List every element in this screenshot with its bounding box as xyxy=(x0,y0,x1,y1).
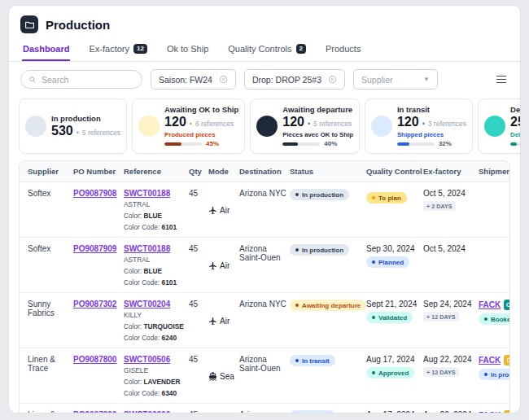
quality-control-cell: Sep 30, 2024 Planned xyxy=(366,238,423,292)
shipment-link[interactable]: FACK xyxy=(479,356,501,365)
reference-color: Color: LAVENDER xyxy=(124,377,186,387)
kpi-card[interactable]: In transit 120 • 3 references Shipped pi… xyxy=(365,98,473,154)
kpi-icon xyxy=(256,116,278,137)
clear-filter-icon[interactable] xyxy=(328,75,337,84)
reference-cell: SWCT00506 GISELE Color: LAVENDER Color C… xyxy=(124,348,189,403)
column-header[interactable]: Reference xyxy=(124,161,189,182)
shipment-type-badge xyxy=(504,410,510,413)
kpi-references: 3 references xyxy=(428,120,466,128)
shipment-type-badge: CL xyxy=(504,300,510,310)
po-number-link[interactable]: PO9087800 xyxy=(73,410,116,413)
kpi-references: 5 references xyxy=(82,129,120,137)
reference-color-code: Color Code: 6240 xyxy=(124,333,186,343)
kpi-card[interactable]: Awaiting departure 120 • 5 references Pi… xyxy=(250,98,360,154)
column-header[interactable]: Shipment xyxy=(479,161,510,182)
qc-status-badge: To plan xyxy=(366,192,407,203)
reference-name: ASTRAL xyxy=(124,255,186,265)
tab[interactable]: Dashboard xyxy=(22,40,70,61)
column-header[interactable]: Qty xyxy=(189,161,208,182)
kpi-progress-bar: 40% xyxy=(282,140,353,147)
drop-filter-chip[interactable]: Drop: DROP 25#3 xyxy=(244,69,345,90)
kpi-progress-label: Shipped pieces xyxy=(397,131,466,138)
tab[interactable]: Quality Controls 2 xyxy=(227,40,307,61)
kpi-title: Delivered xyxy=(510,105,521,114)
column-header[interactable]: Quality Control xyxy=(366,161,423,182)
po-number-link[interactable]: PO9087800 xyxy=(73,355,116,364)
orders-table: Supplier PO Number Reference Qty Mode De… xyxy=(19,160,510,413)
shipment-link[interactable]: FACK xyxy=(479,300,501,309)
kpi-title: Awaiting departure xyxy=(282,105,353,114)
clear-filter-icon[interactable] xyxy=(219,75,228,84)
qc-status-badge: Planned xyxy=(366,256,409,268)
drop-chip-label: Drop: DROP 25#3 xyxy=(252,75,321,85)
po-number-link[interactable]: PO9087908 xyxy=(73,189,116,198)
reference-link[interactable]: SWCT00188 xyxy=(124,189,170,198)
ex-factory-cell: Oct 5, 2024 xyxy=(423,238,479,292)
ship-icon xyxy=(208,372,217,381)
table-row[interactable]: Sunny Fabrics PO9087302 SWCT00204 KILLY … xyxy=(20,293,509,348)
shipment-cell xyxy=(479,182,506,237)
tab-label: Ex-factory xyxy=(89,44,129,54)
mode-cell: Air xyxy=(208,293,239,348)
supplier-cell: Linen & Trace xyxy=(28,348,73,403)
reference-name: ASTRAL xyxy=(124,199,186,209)
delay-days-badge: + 12 DAYS xyxy=(423,312,459,322)
reference-link[interactable]: SWCT00306 xyxy=(124,410,170,413)
tab-label: Dashboard xyxy=(23,44,69,54)
kpi-progress-fill xyxy=(164,142,181,146)
column-header[interactable]: PO Number xyxy=(73,161,124,182)
qc-date: Sep 30, 2024 xyxy=(366,244,420,253)
kpi-card[interactable]: In production 530 • 5 references xyxy=(19,98,127,154)
column-header[interactable]: Status xyxy=(290,161,366,182)
reference-cell: SWCT00188 ASTRAL Color: BLUE Color Code:… xyxy=(124,238,189,292)
document-icon xyxy=(506,357,510,364)
qty-cell: 45 xyxy=(189,238,208,292)
supplier-cell: Softex xyxy=(28,182,73,237)
shipment-cell xyxy=(479,238,506,292)
ex-factory-date: Oct 5, 2024 xyxy=(423,189,475,198)
po-number-link[interactable]: PO9087909 xyxy=(73,244,116,253)
page-title: Production xyxy=(46,18,110,32)
reference-link[interactable]: SWCT00506 xyxy=(124,355,170,364)
search-icon xyxy=(28,76,37,84)
table-row[interactable]: Softex PO9087909 SWCT00188 ASTRAL Color:… xyxy=(20,238,509,293)
kpi-bullet: • xyxy=(190,120,192,128)
ex-factory-date: Sep 24, 2024 xyxy=(423,300,475,308)
menu-icon[interactable] xyxy=(494,73,509,86)
mode-cell: Air xyxy=(208,182,239,237)
qc-status-badge: Approved xyxy=(366,367,414,378)
kpi-title: In transit xyxy=(397,105,466,114)
reference-link[interactable]: SWCT00188 xyxy=(124,244,170,253)
ex-factory-date: Aug 22, 2024 xyxy=(423,355,475,364)
column-header[interactable]: Ex-factory xyxy=(423,161,479,182)
reference-color-code: Color Code: 6340 xyxy=(124,388,186,398)
kpi-card[interactable]: Delivered 250 • 10 references Delivered … xyxy=(478,98,521,154)
reference-link[interactable]: SWCT00204 xyxy=(124,300,170,308)
tab[interactable]: Ok to Ship xyxy=(166,40,209,61)
table-row[interactable]: Softex PO9087908 SWCT00188 ASTRAL Color:… xyxy=(20,182,509,238)
po-number-link[interactable]: PO9087302 xyxy=(73,300,116,308)
production-app-card: Production Dashboard Ex-factory 12 Ok to… xyxy=(8,5,521,413)
reference-color-code: Color Code: 6101 xyxy=(124,278,186,287)
supplier-dropdown[interactable]: Supplier ▼ xyxy=(353,69,438,90)
kpi-references: 6 references xyxy=(195,120,234,128)
supplier-dropdown-label: Supplier xyxy=(361,75,393,85)
column-header[interactable]: Destination xyxy=(239,161,290,182)
qc-date: Aug 17, 2024 xyxy=(366,355,420,364)
reference-color: Color: BLUE xyxy=(124,266,186,276)
table-row[interactable]: Linen & Trace PO9087800 SWCT00506 GISELE… xyxy=(20,348,509,404)
column-header[interactable]: Mode xyxy=(208,161,239,182)
search-input[interactable]: Search xyxy=(20,70,142,89)
filter-bar: Search Saison: FW24 Drop: DROP 25#3 Supp… xyxy=(9,62,520,97)
kpi-progress-fill xyxy=(397,142,409,146)
quality-control-cell: Aug 17, 2024 Approved xyxy=(366,404,423,413)
tab-label: Quality Controls xyxy=(228,44,291,54)
shipment-link[interactable]: FACK xyxy=(479,411,501,413)
table-row[interactable]: Linen & Trace PO9087800 SWCT00306 CAMILL… xyxy=(20,404,509,413)
search-placeholder: Search xyxy=(42,75,68,85)
tab[interactable]: Products xyxy=(325,40,361,61)
kpi-card[interactable]: Awaiting OK to Ship 120 • 6 references P… xyxy=(132,98,245,154)
column-header[interactable]: Supplier xyxy=(28,161,73,182)
tab[interactable]: Ex-factory 12 xyxy=(88,40,147,61)
season-filter-chip[interactable]: Saison: FW24 xyxy=(151,69,236,90)
